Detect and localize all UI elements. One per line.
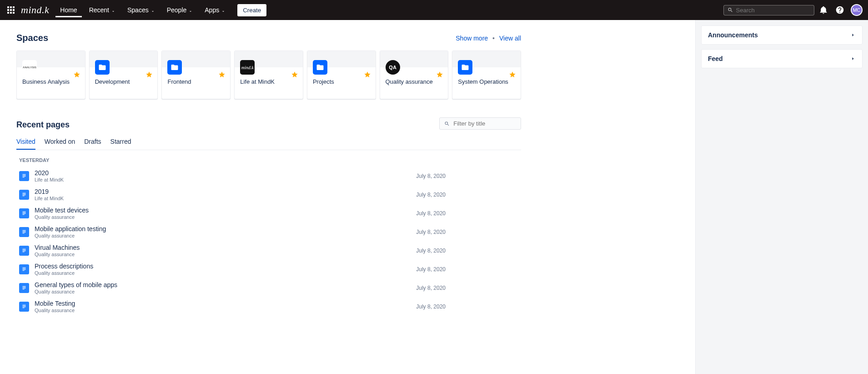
- page-row[interactable]: Mobile test devicesQuality assuranceJuly…: [16, 204, 521, 222]
- page-icon: [19, 283, 29, 293]
- page-title: 2019: [35, 188, 416, 195]
- svg-rect-39: [23, 308, 25, 308]
- star-icon[interactable]: [146, 71, 153, 78]
- nav-spaces[interactable]: Spaces: [123, 3, 160, 17]
- show-more-link[interactable]: Show more: [456, 35, 488, 42]
- page-title: Mobile Testing: [35, 300, 416, 307]
- page-icon: [19, 227, 29, 237]
- announcements-title: Announcements: [708, 31, 758, 39]
- global-search[interactable]: [723, 5, 814, 15]
- svg-rect-7: [23, 193, 26, 194]
- feed-header[interactable]: Feed: [702, 50, 862, 68]
- tab-starred[interactable]: Starred: [110, 135, 131, 150]
- star-icon[interactable]: [73, 71, 80, 78]
- search-input[interactable]: [736, 7, 810, 14]
- space-card[interactable]: mind.kLife at MindK: [234, 51, 303, 99]
- recent-pages-section: Recent pages Visited Worked on Drafts St…: [16, 117, 521, 316]
- chevron-down-icon: [151, 8, 155, 12]
- logo-icon: mind.k: [240, 60, 255, 75]
- svg-rect-27: [23, 268, 26, 268]
- page-space: Quality assurance: [35, 270, 416, 276]
- page-date: July 8, 2020: [416, 229, 446, 235]
- page-row[interactable]: Mobile application testingQuality assura…: [16, 222, 521, 241]
- page-date: July 8, 2020: [416, 285, 446, 291]
- page-icon: [19, 302, 29, 312]
- page-icon: [19, 246, 29, 256]
- svg-rect-29: [23, 270, 25, 271]
- nav-apps-label: Apps: [205, 6, 219, 14]
- svg-rect-17: [23, 231, 26, 231]
- chevron-down-icon: [221, 8, 226, 12]
- avatar[interactable]: MC: [851, 4, 863, 16]
- tab-visited[interactable]: Visited: [16, 135, 35, 150]
- page-row[interactable]: Virual MachinesQuality assuranceJuly 8, …: [16, 241, 521, 260]
- nav-apps[interactable]: Apps: [200, 3, 230, 17]
- page-space: Quality assurance: [35, 233, 416, 238]
- svg-rect-37: [23, 305, 26, 306]
- page-title: Mobile application testing: [35, 225, 416, 232]
- announcements-header[interactable]: Announcements: [702, 26, 862, 44]
- nav-people[interactable]: People: [162, 3, 198, 17]
- filter-box[interactable]: [439, 117, 521, 130]
- recent-pages-title: Recent pages: [16, 120, 70, 130]
- global-nav: mind.k Home Recent Spaces People Apps Cr…: [0, 0, 868, 20]
- main-content: Spaces Show more • View all ANALYSISBusi…: [0, 20, 695, 374]
- svg-rect-9: [23, 196, 25, 196]
- space-card[interactable]: System Operations: [452, 51, 521, 99]
- space-card[interactable]: QAQuality assurance: [380, 51, 449, 99]
- star-icon[interactable]: [509, 71, 516, 78]
- page-date: July 8, 2020: [416, 266, 446, 273]
- space-card[interactable]: Frontend: [161, 51, 231, 99]
- separator: •: [492, 35, 495, 42]
- nav-home[interactable]: Home: [55, 3, 81, 17]
- space-name: Life at MindK: [240, 78, 297, 85]
- svg-rect-6: [23, 192, 26, 193]
- svg-rect-16: [23, 230, 26, 230]
- notifications-icon[interactable]: [816, 3, 831, 17]
- svg-rect-14: [23, 214, 25, 215]
- svg-rect-34: [23, 289, 25, 289]
- page-title: Process descriptions: [35, 263, 416, 270]
- star-icon[interactable]: [218, 71, 226, 78]
- nav-recent[interactable]: Recent: [85, 3, 120, 17]
- page-space: Quality assurance: [35, 214, 416, 220]
- filter-input[interactable]: [453, 120, 516, 127]
- svg-rect-38: [23, 307, 26, 307]
- tab-drafts[interactable]: Drafts: [84, 135, 101, 150]
- tab-worked-on[interactable]: Worked on: [45, 135, 75, 150]
- view-all-link[interactable]: View all: [499, 35, 521, 42]
- nav-recent-label: Recent: [89, 6, 109, 14]
- page-title: Virual Machines: [35, 244, 416, 251]
- logo[interactable]: mind.k: [21, 4, 49, 16]
- space-name: Development: [95, 78, 152, 85]
- right-sidebar: Announcements Feed: [695, 20, 868, 374]
- page-row[interactable]: 2020Life at MindKJuly 8, 2020: [16, 167, 521, 185]
- svg-rect-1: [23, 174, 26, 174]
- space-name: Frontend: [167, 78, 225, 85]
- page-icon: [19, 190, 29, 200]
- space-card[interactable]: Projects: [307, 51, 376, 99]
- page-row[interactable]: Mobile TestingQuality assuranceJuly 8, 2…: [16, 297, 521, 316]
- page-row[interactable]: General types of mobile appsQuality assu…: [16, 278, 521, 297]
- page-space: Life at MindK: [35, 177, 416, 182]
- star-icon[interactable]: [364, 71, 371, 78]
- page-space: Life at MindK: [35, 196, 416, 201]
- svg-rect-32: [23, 287, 26, 287]
- help-icon[interactable]: [833, 3, 847, 17]
- create-button[interactable]: Create: [237, 4, 266, 16]
- svg-rect-21: [23, 248, 26, 249]
- analysis-icon: ANALYSIS: [22, 60, 37, 75]
- space-card[interactable]: ANALYSISBusiness Analysis: [16, 51, 85, 99]
- page-row[interactable]: Process descriptionsQuality assuranceJul…: [16, 260, 521, 278]
- page-icon: [19, 264, 29, 274]
- page-row[interactable]: 2019Life at MindKJuly 8, 2020: [16, 185, 521, 204]
- page-date: July 8, 2020: [416, 173, 446, 179]
- chevron-down-icon: [111, 8, 115, 12]
- star-icon[interactable]: [291, 71, 298, 78]
- svg-rect-11: [23, 211, 26, 212]
- star-icon[interactable]: [436, 71, 443, 78]
- space-card[interactable]: Development: [89, 51, 158, 99]
- feed-title: Feed: [708, 55, 723, 62]
- page-title: Mobile test devices: [35, 207, 416, 214]
- app-switcher-icon[interactable]: [5, 5, 16, 15]
